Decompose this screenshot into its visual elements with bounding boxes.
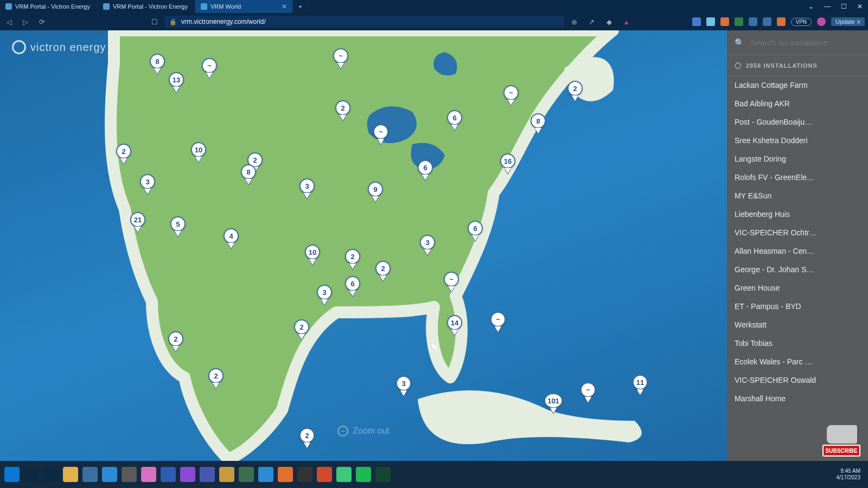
- start-button[interactable]: [4, 467, 20, 482]
- brave-icon[interactable]: [317, 467, 332, 482]
- map-cluster-pin[interactable]: 8: [531, 113, 546, 133]
- map-cluster-pin[interactable]: 16: [500, 153, 515, 174]
- sidepanel-icon[interactable]: [763, 17, 771, 26]
- map-cluster-pin[interactable]: 3: [317, 285, 332, 305]
- map-cluster-pin[interactable]: 2: [116, 144, 131, 164]
- installation-item[interactable]: Sree Kshetra Dodderi: [727, 131, 868, 150]
- map-cluster-pin[interactable]: 6: [468, 221, 483, 241]
- map-cluster-pin[interactable]: 8: [241, 164, 256, 184]
- notif-icon[interactable]: [777, 17, 786, 26]
- address-bar[interactable]: 🔒 vrm.victronenergy.com/world/: [165, 16, 564, 28]
- loop-icon[interactable]: [180, 467, 195, 482]
- installation-item[interactable]: Bad Aibling AKR: [727, 94, 868, 113]
- app-icon[interactable]: [258, 467, 273, 482]
- tab-close-icon[interactable]: ✕: [282, 3, 287, 10]
- zoom-out-button[interactable]: − Zoom out: [337, 426, 390, 436]
- map-cluster-pin[interactable]: 2: [294, 319, 309, 339]
- map-cluster-pin[interactable]: 2: [208, 368, 224, 388]
- shield-icon[interactable]: ◆: [603, 16, 615, 28]
- map-cluster-pin[interactable]: 13: [169, 72, 184, 92]
- installation-item[interactable]: Ecolek Wales - Parc …: [727, 352, 868, 371]
- search-input[interactable]: [750, 38, 860, 47]
- search-row[interactable]: 🔍: [727, 30, 868, 55]
- map-cluster-pin[interactable]: 6: [418, 160, 433, 180]
- app-icon[interactable]: [122, 467, 137, 482]
- paint-icon[interactable]: [219, 467, 234, 482]
- installation-item[interactable]: Marshall Home: [727, 389, 868, 408]
- map-cluster-pin[interactable]: 3: [420, 235, 435, 255]
- map-cluster-pin[interactable]: 9: [368, 182, 383, 202]
- vpn-badge[interactable]: VPN: [791, 18, 812, 26]
- spotify-icon[interactable]: [356, 467, 371, 482]
- browser-tab[interactable]: VRM Portal - Victron Energy: [98, 0, 195, 13]
- extension-icon[interactable]: [692, 17, 701, 26]
- firefox-icon[interactable]: [278, 467, 293, 482]
- map-cluster-pin[interactable]: 2: [168, 331, 183, 351]
- forward-button[interactable]: ▷: [20, 16, 31, 28]
- app-icon[interactable]: [297, 467, 312, 482]
- puzzle-icon[interactable]: [749, 17, 757, 26]
- caret-down-icon[interactable]: ⌄: [803, 3, 819, 10]
- map-cluster-pin[interactable]: 21: [130, 212, 145, 232]
- installation-item[interactable]: MY E&Sun: [727, 187, 868, 205]
- reload-button[interactable]: ⟳: [36, 16, 48, 28]
- bookmark-icon[interactable]: ☐: [149, 16, 161, 28]
- app-icon[interactable]: [239, 467, 254, 482]
- installation-item[interactable]: Allan Heasman - Cen…: [727, 242, 868, 260]
- zoom-icon[interactable]: ⊕: [569, 16, 580, 28]
- installation-item[interactable]: ET - Pampus - BYD: [727, 297, 868, 316]
- windows-taskbar[interactable]: 9:45 AM 4/17/2023: [0, 461, 868, 488]
- slack-icon[interactable]: [141, 467, 156, 482]
- minimize-button[interactable]: —: [819, 3, 835, 10]
- map-cluster-pin[interactable]: ~: [202, 58, 217, 78]
- installation-item[interactable]: VIC-SPEICHER Ochtr…: [727, 223, 868, 242]
- extension-icon[interactable]: [735, 17, 743, 26]
- installation-item[interactable]: Post - GoudenBoaiju…: [727, 113, 868, 131]
- browser-tab[interactable]: VRM Portal - Victron Energy: [0, 0, 98, 13]
- map-cluster-pin[interactable]: ~: [490, 312, 506, 332]
- extension-icon[interactable]: [720, 17, 729, 26]
- avatar-icon[interactable]: [817, 17, 826, 26]
- map-cluster-pin[interactable]: 2: [335, 100, 350, 120]
- installation-item[interactable]: Tobi Tobias: [727, 334, 868, 352]
- map-cluster-pin[interactable]: 2: [567, 81, 583, 101]
- map-cluster-pin[interactable]: 3: [396, 376, 411, 396]
- map-cluster-pin[interactable]: 10: [191, 142, 206, 162]
- map-cluster-pin[interactable]: ~: [373, 124, 388, 144]
- installation-item[interactable]: Lackan Cottage Farm: [727, 76, 868, 94]
- map-cluster-pin[interactable]: ~: [503, 85, 519, 105]
- mail-icon[interactable]: [102, 467, 117, 482]
- share-icon[interactable]: ↗: [586, 16, 598, 28]
- extension-icon[interactable]: [706, 17, 715, 26]
- map-cluster-pin[interactable]: 6: [345, 276, 360, 296]
- map-cluster-pin[interactable]: 2: [375, 261, 391, 281]
- installation-item[interactable]: Werkstatt: [727, 316, 868, 334]
- map-cluster-pin[interactable]: 4: [224, 228, 239, 248]
- map-cluster-pin[interactable]: 2: [345, 249, 360, 269]
- map-cluster-pin[interactable]: 11: [633, 375, 648, 395]
- installation-item[interactable]: Liebenberg Huis: [727, 205, 868, 223]
- map-cluster-pin[interactable]: ~: [580, 382, 596, 402]
- browser-tab[interactable]: VRM World✕: [195, 0, 293, 13]
- installation-item[interactable]: Rolofs FV - GreenEle…: [727, 168, 868, 187]
- installation-item[interactable]: Langste Doring: [727, 150, 868, 168]
- map-cluster-pin[interactable]: 3: [299, 178, 315, 198]
- world-map[interactable]: victron energy 8~13~268~2~10228616339215…: [0, 30, 727, 461]
- new-tab-button[interactable]: +: [293, 0, 308, 13]
- map-cluster-pin[interactable]: 3: [140, 174, 155, 194]
- teams-icon[interactable]: [200, 467, 215, 482]
- installations-list[interactable]: Lackan Cottage FarmBad Aibling AKRPost -…: [727, 76, 868, 461]
- installation-item[interactable]: VIC-SPEICHER Oswald: [727, 371, 868, 389]
- taskbar-search[interactable]: [24, 467, 39, 482]
- back-button[interactable]: ◁: [3, 16, 15, 28]
- terminal-icon[interactable]: [375, 467, 391, 482]
- map-cluster-pin[interactable]: ~: [444, 272, 459, 292]
- explorer-icon[interactable]: [63, 467, 78, 482]
- store-icon[interactable]: [82, 467, 98, 482]
- maximize-button[interactable]: ☐: [835, 3, 852, 10]
- app-icon[interactable]: [336, 467, 352, 482]
- map-cluster-pin[interactable]: 10: [305, 245, 320, 265]
- word-icon[interactable]: [161, 467, 176, 482]
- map-cluster-pin[interactable]: 5: [170, 216, 186, 236]
- installation-item[interactable]: George - Dr. Johan S…: [727, 260, 868, 279]
